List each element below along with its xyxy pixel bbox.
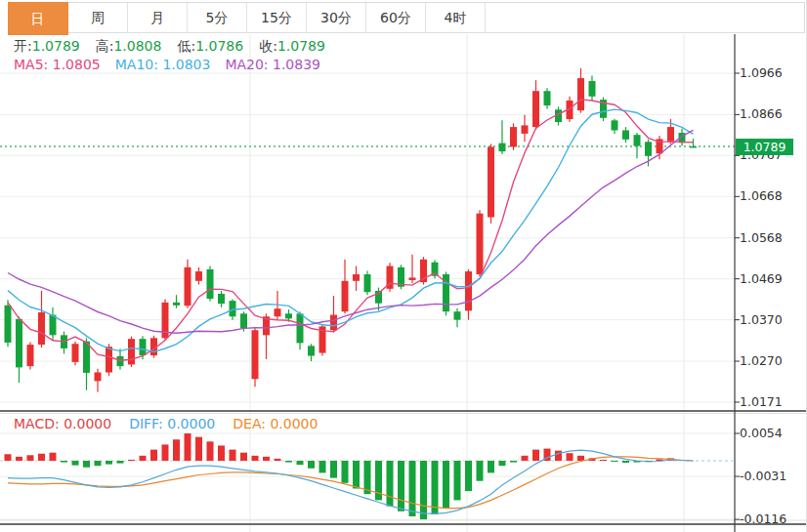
tab-4hour[interactable]: 4时 <box>426 3 486 32</box>
interval-tabbar: 日 周 月 5分 15分 30分 60分 4时 <box>8 2 805 33</box>
chart-canvas[interactable] <box>0 32 807 532</box>
price-axis-label: 1.0370 <box>740 313 783 327</box>
price-axis-label: 1.0966 <box>740 66 783 80</box>
tabbar-filler <box>486 3 804 32</box>
candlestick-chart-app: 日 周 月 5分 15分 30分 60分 4时 开:1.0789 高:1.080… <box>0 0 807 532</box>
tab-5min[interactable]: 5分 <box>188 3 247 32</box>
price-axis-label: 1.0270 <box>740 354 783 368</box>
macd-axis-label: 0.0054 <box>740 427 783 440</box>
price-axis-label: 1.0866 <box>740 107 783 121</box>
price-axis-label: 1.0568 <box>740 231 783 245</box>
tab-15min[interactable]: 15分 <box>247 3 307 32</box>
tab-30min[interactable]: 30分 <box>307 3 366 32</box>
price-axis-label: 1.0171 <box>740 395 783 409</box>
macd-axis-label: -0.0116 <box>740 512 786 526</box>
price-axis-label: 1.0668 <box>740 189 783 203</box>
tab-60min[interactable]: 60分 <box>366 3 426 32</box>
current-price-badge: 1.0789 <box>736 139 793 155</box>
tab-month[interactable]: 月 <box>128 3 188 32</box>
price-axis-label: 1.0469 <box>740 272 783 286</box>
macd-axis-label: -0.0031 <box>740 470 786 483</box>
tab-week[interactable]: 周 <box>68 3 128 32</box>
tab-day[interactable]: 日 <box>8 2 68 35</box>
